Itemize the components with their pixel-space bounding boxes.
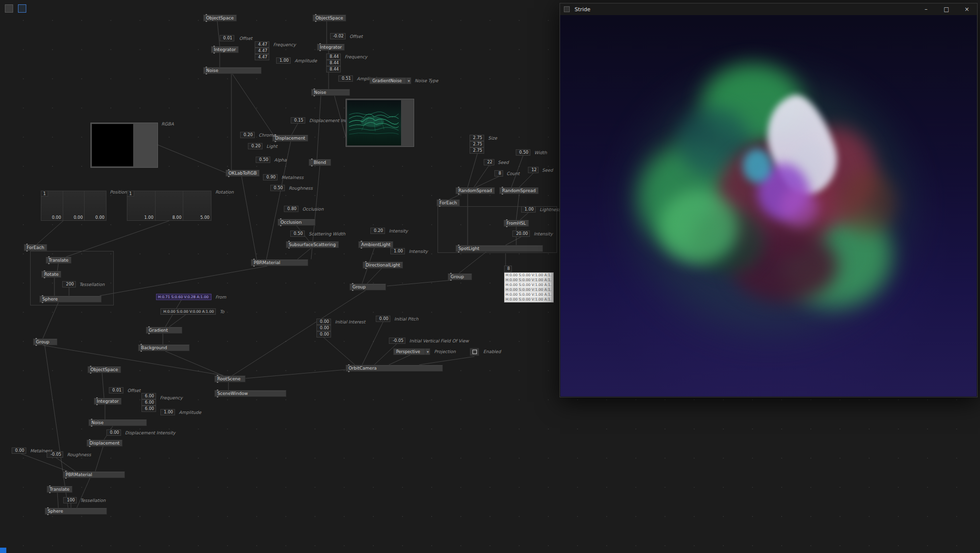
node-group[interactable]: Group (350, 284, 386, 290)
node-translate[interactable]: Translate (47, 486, 72, 493)
spread-iobox[interactable]: 0.000.000.001 (41, 191, 106, 221)
node-pbrmaterial[interactable]: PBRMaterial (251, 259, 308, 266)
spread-column[interactable]: 0.00 (84, 191, 106, 220)
iobox-100[interactable]: 100 (63, 497, 77, 503)
iobox-0-15[interactable]: 0.15 (291, 117, 305, 124)
app-icon-button[interactable] (5, 4, 13, 13)
node-pbrmaterial[interactable]: PBRMaterial (63, 471, 125, 478)
node-orbitcamera[interactable]: OrbitCamera (346, 365, 443, 372)
iobox-0-90[interactable]: 0.90 (263, 174, 278, 180)
node-noise[interactable]: Noise (311, 89, 350, 96)
node-integrator[interactable]: Integrator (94, 398, 122, 405)
iobox-1-00[interactable]: 1.00 (160, 409, 175, 415)
iobox-0-02[interactable]: -0.02 (330, 33, 346, 39)
iobox-4-47[interactable]: 4.47 (255, 54, 269, 60)
node-objectspace[interactable]: ObjectSpace (203, 15, 237, 21)
node-oklabtorgb[interactable]: OKLabToRGB (226, 170, 260, 177)
node-randomspread[interactable]: RandomSpread (455, 187, 495, 194)
spread-iobox[interactable]: 1.008.005.001 (127, 191, 211, 221)
stride-titlebar[interactable]: Stride – □ × (560, 3, 977, 15)
node-displacement[interactable]: Displacement (87, 440, 122, 446)
iobox-0-20[interactable]: 0.20 (248, 143, 262, 149)
node-subsurfacescattering[interactable]: SubsurfaceScattering (286, 241, 339, 248)
iobox-0-20[interactable]: 0.20 (370, 228, 385, 234)
spread-column[interactable]: 5.00 (183, 191, 211, 220)
iobox-h-0-00-s-0-00-v-0-00-a-1-00[interactable]: H:0.00 S:0.00 V:0.00 A:1.00 (160, 308, 216, 315)
iobox-8[interactable]: 8 (494, 170, 503, 177)
node-background[interactable]: Background (138, 344, 190, 351)
iobox-0-01[interactable]: 0.01 (220, 35, 234, 41)
iobox-22[interactable]: 22 (484, 159, 494, 165)
iobox-0-00[interactable]: 0.00 (316, 319, 331, 325)
combo-perspective[interactable]: Perspective (393, 348, 430, 355)
node-translate[interactable]: Translate (46, 257, 71, 264)
inspector-scrollbar[interactable] (551, 273, 553, 302)
node-directionallight[interactable]: DirectionalLight (363, 262, 403, 268)
node-gradient[interactable]: Gradient (146, 327, 182, 334)
spread-column[interactable]: 0.00 (63, 191, 85, 220)
node-occlusion[interactable]: Occlusion (278, 219, 315, 226)
node-ambientlight[interactable]: AmbientLight (358, 241, 393, 248)
node-blend[interactable]: Blend (309, 159, 331, 166)
spread-column[interactable]: 8.00 (155, 191, 183, 220)
iobox-1-00[interactable]: 1.00 (521, 206, 536, 213)
close-button[interactable]: × (957, 3, 977, 15)
iobox-0-00[interactable]: 0.00 (106, 429, 121, 436)
node-objectspace[interactable]: ObjectSpace (313, 15, 346, 21)
iobox-0-20[interactable]: 0.20 (240, 132, 255, 138)
iobox-1-00[interactable]: 1.00 (390, 248, 405, 254)
node-noise[interactable]: Noise (88, 419, 147, 426)
iobox-0-50[interactable]: 0.50 (270, 185, 285, 191)
iobox-0-80[interactable]: 0.80 (284, 206, 298, 212)
iobox-0-00[interactable]: 0.00 (316, 331, 331, 338)
iobox-0-00[interactable]: 0.00 (316, 325, 331, 331)
node-spotlight[interactable]: SpotLight (455, 245, 543, 252)
iobox-0-50[interactable]: 0.50 (256, 157, 270, 163)
rgba-preview[interactable] (90, 123, 158, 168)
node-displacement[interactable]: Displacement (272, 135, 308, 142)
node-sphere[interactable]: Sphere (45, 508, 107, 515)
iobox-20-00[interactable]: 20.00 (512, 231, 530, 237)
node-integrator[interactable]: Integrator (211, 46, 239, 53)
active-tool-button[interactable] (18, 4, 26, 13)
iobox-2-75[interactable]: 2.75 (470, 135, 484, 141)
node-randomspread[interactable]: RandomSpread (499, 187, 539, 194)
iobox-12[interactable]: 12 (528, 167, 539, 173)
iobox-0-50[interactable]: 0.50 (516, 149, 530, 156)
node-scenewindow[interactable]: SceneWindow (214, 390, 286, 397)
iobox-2-75[interactable]: 2.75 (470, 147, 484, 154)
iobox-8-44[interactable]: 8.44 (326, 54, 341, 60)
iobox-4-47[interactable]: 4.47 (255, 48, 269, 54)
iobox-4-47[interactable]: 4.47 (255, 41, 269, 48)
node-rootscene[interactable]: RootScene (214, 375, 245, 382)
spread-inspector[interactable]: H:0.00 S:0.00 V:1.00 A:1..H:0.00 S:0.00 … (504, 272, 554, 303)
combo-gradientnoise[interactable]: GradientNoise (369, 77, 411, 84)
iobox-6-00[interactable]: 6.00 (141, 399, 156, 406)
render-viewport[interactable] (560, 15, 977, 396)
iobox-0-01[interactable]: 0.01 (109, 387, 123, 393)
iobox-0-05[interactable]: -0.05 (389, 338, 405, 344)
iobox-0-00[interactable]: 0.00 (376, 316, 390, 322)
iobox-6-00[interactable]: 6.00 (141, 406, 156, 412)
iobox-0-00[interactable]: 0.00 (12, 447, 26, 454)
node-noise[interactable]: Noise (203, 67, 262, 74)
iobox-1-00[interactable]: 1.00 (276, 57, 291, 64)
enabled-checkbox[interactable] (470, 348, 479, 356)
node-rotate[interactable]: Rotate (41, 271, 61, 278)
node-fromhsl[interactable]: FromHSL (504, 220, 529, 227)
iobox-8-44[interactable]: 8.44 (326, 66, 341, 72)
iobox-0-50[interactable]: 0.50 (290, 231, 305, 237)
node-objectspace[interactable]: ObjectSpace (88, 366, 121, 373)
iobox-0-51[interactable]: 0.51 (338, 75, 353, 82)
node-group[interactable]: Group (448, 273, 472, 280)
node-foreach[interactable]: ForEach (24, 244, 47, 251)
node-foreach[interactable]: ForEach (437, 199, 460, 206)
iobox-0-05[interactable]: -0.05 (47, 451, 63, 458)
node-integrator[interactable]: Integrator (317, 44, 345, 51)
iobox-2-75[interactable]: 2.75 (470, 141, 484, 147)
color-iobox-h-0-71-s-0-60-v-0-28-a-1-00[interactable]: H:0.71 S:0.60 V:0.28 A:1.00 (156, 294, 211, 300)
node-group[interactable]: Group (33, 339, 57, 345)
iobox-200[interactable]: 200 (62, 281, 76, 287)
node-sphere[interactable]: Sphere (39, 296, 102, 303)
iobox-8[interactable]: 8 (504, 266, 512, 272)
